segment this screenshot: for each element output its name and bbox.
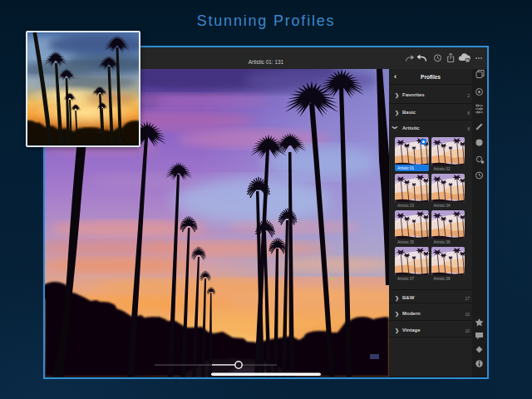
svg-text:0: 0 — [466, 59, 469, 63]
